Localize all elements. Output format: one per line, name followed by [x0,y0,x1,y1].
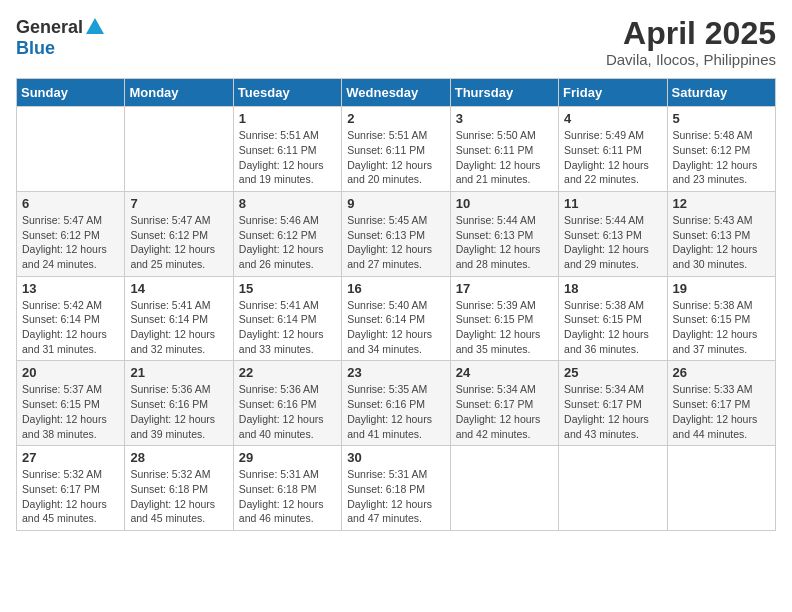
day-info: Sunrise: 5:42 AMSunset: 6:14 PMDaylight:… [22,298,119,357]
calendar-cell: 23Sunrise: 5:35 AMSunset: 6:16 PMDayligh… [342,361,450,446]
calendar-cell: 16Sunrise: 5:40 AMSunset: 6:14 PMDayligh… [342,276,450,361]
calendar-cell: 28Sunrise: 5:32 AMSunset: 6:18 PMDayligh… [125,446,233,531]
day-number: 13 [22,281,119,296]
day-number: 29 [239,450,336,465]
calendar-cell: 14Sunrise: 5:41 AMSunset: 6:14 PMDayligh… [125,276,233,361]
calendar-cell [450,446,558,531]
day-info: Sunrise: 5:41 AMSunset: 6:14 PMDaylight:… [130,298,227,357]
calendar-cell: 12Sunrise: 5:43 AMSunset: 6:13 PMDayligh… [667,191,775,276]
calendar-cell: 11Sunrise: 5:44 AMSunset: 6:13 PMDayligh… [559,191,667,276]
day-number: 30 [347,450,444,465]
calendar-cell: 6Sunrise: 5:47 AMSunset: 6:12 PMDaylight… [17,191,125,276]
day-number: 23 [347,365,444,380]
day-number: 9 [347,196,444,211]
weekday-header-monday: Monday [125,79,233,107]
calendar-cell [17,107,125,192]
day-number: 22 [239,365,336,380]
day-info: Sunrise: 5:32 AMSunset: 6:18 PMDaylight:… [130,467,227,526]
calendar-cell: 17Sunrise: 5:39 AMSunset: 6:15 PMDayligh… [450,276,558,361]
day-info: Sunrise: 5:31 AMSunset: 6:18 PMDaylight:… [347,467,444,526]
calendar-cell: 25Sunrise: 5:34 AMSunset: 6:17 PMDayligh… [559,361,667,446]
day-info: Sunrise: 5:39 AMSunset: 6:15 PMDaylight:… [456,298,553,357]
calendar-cell: 8Sunrise: 5:46 AMSunset: 6:12 PMDaylight… [233,191,341,276]
calendar-cell [667,446,775,531]
calendar-cell: 9Sunrise: 5:45 AMSunset: 6:13 PMDaylight… [342,191,450,276]
calendar-cell: 2Sunrise: 5:51 AMSunset: 6:11 PMDaylight… [342,107,450,192]
day-number: 24 [456,365,553,380]
logo: General Blue [16,16,104,59]
day-info: Sunrise: 5:35 AMSunset: 6:16 PMDaylight:… [347,382,444,441]
day-number: 2 [347,111,444,126]
calendar-header-row: SundayMondayTuesdayWednesdayThursdayFrid… [17,79,776,107]
calendar-cell: 7Sunrise: 5:47 AMSunset: 6:12 PMDaylight… [125,191,233,276]
day-info: Sunrise: 5:43 AMSunset: 6:13 PMDaylight:… [673,213,770,272]
calendar-week-row: 6Sunrise: 5:47 AMSunset: 6:12 PMDaylight… [17,191,776,276]
day-number: 1 [239,111,336,126]
day-number: 8 [239,196,336,211]
calendar-cell: 5Sunrise: 5:48 AMSunset: 6:12 PMDaylight… [667,107,775,192]
calendar-cell: 3Sunrise: 5:50 AMSunset: 6:11 PMDaylight… [450,107,558,192]
calendar-cell: 30Sunrise: 5:31 AMSunset: 6:18 PMDayligh… [342,446,450,531]
day-info: Sunrise: 5:50 AMSunset: 6:11 PMDaylight:… [456,128,553,187]
day-number: 3 [456,111,553,126]
calendar-cell: 20Sunrise: 5:37 AMSunset: 6:15 PMDayligh… [17,361,125,446]
calendar-cell: 15Sunrise: 5:41 AMSunset: 6:14 PMDayligh… [233,276,341,361]
day-number: 18 [564,281,661,296]
svg-marker-0 [86,18,104,34]
day-number: 26 [673,365,770,380]
day-info: Sunrise: 5:51 AMSunset: 6:11 PMDaylight:… [347,128,444,187]
day-number: 28 [130,450,227,465]
calendar-cell [559,446,667,531]
calendar: SundayMondayTuesdayWednesdayThursdayFrid… [16,78,776,531]
calendar-cell [125,107,233,192]
day-number: 21 [130,365,227,380]
calendar-cell: 22Sunrise: 5:36 AMSunset: 6:16 PMDayligh… [233,361,341,446]
logo-blue: Blue [16,38,55,59]
logo-icon [86,18,104,38]
weekday-header-sunday: Sunday [17,79,125,107]
day-info: Sunrise: 5:44 AMSunset: 6:13 PMDaylight:… [564,213,661,272]
day-info: Sunrise: 5:46 AMSunset: 6:12 PMDaylight:… [239,213,336,272]
weekday-header-thursday: Thursday [450,79,558,107]
day-info: Sunrise: 5:36 AMSunset: 6:16 PMDaylight:… [239,382,336,441]
day-number: 15 [239,281,336,296]
calendar-cell: 19Sunrise: 5:38 AMSunset: 6:15 PMDayligh… [667,276,775,361]
title-area: April 2025 Davila, Ilocos, Philippines [606,16,776,68]
calendar-cell: 29Sunrise: 5:31 AMSunset: 6:18 PMDayligh… [233,446,341,531]
calendar-week-row: 20Sunrise: 5:37 AMSunset: 6:15 PMDayligh… [17,361,776,446]
weekday-header-tuesday: Tuesday [233,79,341,107]
day-info: Sunrise: 5:38 AMSunset: 6:15 PMDaylight:… [564,298,661,357]
day-info: Sunrise: 5:40 AMSunset: 6:14 PMDaylight:… [347,298,444,357]
calendar-week-row: 27Sunrise: 5:32 AMSunset: 6:17 PMDayligh… [17,446,776,531]
day-info: Sunrise: 5:32 AMSunset: 6:17 PMDaylight:… [22,467,119,526]
day-number: 5 [673,111,770,126]
day-info: Sunrise: 5:41 AMSunset: 6:14 PMDaylight:… [239,298,336,357]
month-title: April 2025 [606,16,776,51]
day-info: Sunrise: 5:36 AMSunset: 6:16 PMDaylight:… [130,382,227,441]
day-number: 19 [673,281,770,296]
day-info: Sunrise: 5:44 AMSunset: 6:13 PMDaylight:… [456,213,553,272]
day-info: Sunrise: 5:51 AMSunset: 6:11 PMDaylight:… [239,128,336,187]
calendar-week-row: 13Sunrise: 5:42 AMSunset: 6:14 PMDayligh… [17,276,776,361]
header: General Blue April 2025 Davila, Ilocos, … [16,16,776,68]
calendar-cell: 10Sunrise: 5:44 AMSunset: 6:13 PMDayligh… [450,191,558,276]
day-number: 6 [22,196,119,211]
calendar-cell: 4Sunrise: 5:49 AMSunset: 6:11 PMDaylight… [559,107,667,192]
day-number: 14 [130,281,227,296]
calendar-week-row: 1Sunrise: 5:51 AMSunset: 6:11 PMDaylight… [17,107,776,192]
weekday-header-saturday: Saturday [667,79,775,107]
day-info: Sunrise: 5:49 AMSunset: 6:11 PMDaylight:… [564,128,661,187]
weekday-header-wednesday: Wednesday [342,79,450,107]
day-info: Sunrise: 5:34 AMSunset: 6:17 PMDaylight:… [564,382,661,441]
day-info: Sunrise: 5:45 AMSunset: 6:13 PMDaylight:… [347,213,444,272]
calendar-cell: 24Sunrise: 5:34 AMSunset: 6:17 PMDayligh… [450,361,558,446]
weekday-header-friday: Friday [559,79,667,107]
day-number: 27 [22,450,119,465]
calendar-cell: 18Sunrise: 5:38 AMSunset: 6:15 PMDayligh… [559,276,667,361]
calendar-cell: 27Sunrise: 5:32 AMSunset: 6:17 PMDayligh… [17,446,125,531]
day-number: 11 [564,196,661,211]
day-info: Sunrise: 5:31 AMSunset: 6:18 PMDaylight:… [239,467,336,526]
calendar-cell: 26Sunrise: 5:33 AMSunset: 6:17 PMDayligh… [667,361,775,446]
calendar-cell: 1Sunrise: 5:51 AMSunset: 6:11 PMDaylight… [233,107,341,192]
day-number: 12 [673,196,770,211]
